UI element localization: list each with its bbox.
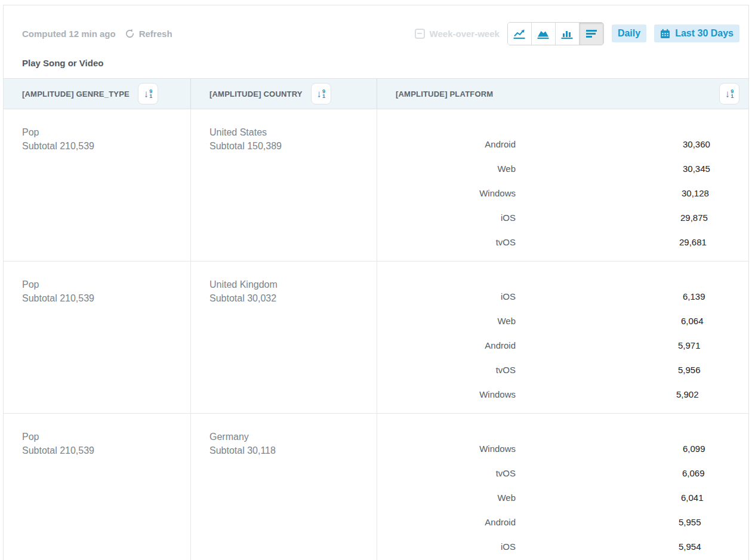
calendar-icon (660, 29, 670, 39)
country-name: United Kingdom (209, 278, 377, 291)
bar-row: tvOS 5,956 (377, 358, 748, 382)
computed-label: Computed 12 min ago (22, 29, 116, 39)
genre-subtotal: Subtotal 210,539 (22, 139, 190, 153)
genre-cell: Pop Subtotal 210,539 (4, 414, 191, 560)
week-over-week-toggle[interactable]: Week-over-week (415, 29, 500, 39)
platform-label: iOS (377, 291, 516, 301)
bar-row: tvOS 6,069 (377, 461, 748, 485)
genre-name: Pop (22, 125, 190, 139)
horizontal-bar-chart-button[interactable] (580, 23, 603, 45)
platform-chart-cell: iOS 6,139 Web 6,064 Android 5,971 (377, 261, 748, 413)
line-chart-icon (513, 28, 526, 39)
column-chart-icon (560, 28, 574, 39)
bar-row: Web 6,064 (377, 309, 748, 333)
event-title: Play Song or Video (4, 45, 748, 68)
bar-track: 5,956 (526, 364, 691, 377)
platform-label: tvOS (377, 365, 516, 375)
bar-track: 6,139 (526, 290, 691, 303)
sort-button[interactable]: ↓ 91 (311, 83, 331, 104)
bar-row: Web 6,041 (377, 485, 748, 510)
sort-button[interactable]: ↓ 91 (138, 83, 158, 104)
column-header-label: [AMPLITUDE] COUNTRY (209, 90, 303, 99)
computed-timestamp: Computed 12 min ago (22, 29, 116, 39)
sort-descending-icon: ↓ (725, 89, 731, 99)
bar-track: 30,128 (526, 187, 691, 200)
bar-row: Windows 6,099 (377, 436, 748, 461)
column-header-label: [AMPLITUDE] GENRE_TYPE (22, 90, 130, 99)
country-subtotal: Subtotal 150,389 (209, 139, 377, 153)
bar-value: 29,681 (679, 236, 707, 249)
platform-label: iOS (377, 541, 516, 552)
table-header-row: [AMPLITUDE] GENRE_TYPE ↓ 91 [AMPLITUDE] … (4, 78, 748, 109)
bar-track: 6,064 (526, 315, 691, 328)
bar-track: 29,875 (526, 211, 691, 224)
chart-type-segmented-control (507, 22, 604, 45)
bar-row: iOS 29,875 (377, 205, 748, 230)
bar-value: 6,099 (683, 442, 705, 456)
column-chart-button[interactable] (556, 23, 580, 45)
bar-track: 5,971 (526, 339, 691, 352)
bar-track: 30,360 (526, 138, 691, 151)
sort-descending-icon: ↓ (316, 89, 322, 99)
platform-label: tvOS (377, 468, 516, 478)
bar-row: Windows 5,902 (377, 382, 748, 407)
checkbox-indeterminate-icon (415, 29, 425, 39)
column-header-label: [AMPLITUDE] PLATFORM (396, 90, 493, 99)
platform-label: Android (377, 139, 516, 149)
country-name: United States (209, 125, 377, 139)
platform-label: Web (377, 164, 516, 174)
country-cell: United Kingdom Subtotal 30,032 (191, 261, 377, 413)
platform-label: Windows (377, 188, 516, 198)
table-row: Pop Subtotal 210,539 United States Subto… (4, 109, 748, 261)
column-header-country: [AMPLITUDE] COUNTRY ↓ 91 (191, 79, 377, 109)
platform-chart-cell: Windows 6,099 tvOS 6,069 Web 6,041 (377, 414, 748, 560)
bar-value: 5,971 (678, 339, 701, 352)
refresh-button[interactable]: Refresh (124, 28, 172, 39)
platform-label: Web (377, 316, 516, 326)
country-subtotal: Subtotal 30,032 (209, 291, 377, 305)
bar-row: Android 5,971 (377, 333, 748, 358)
report-card: Computed 12 min ago Refresh Week-over-we… (3, 5, 749, 560)
table-row: Pop Subtotal 210,539 Germany Subtotal 30… (4, 414, 748, 560)
sort-9-1-icon: 91 (149, 89, 152, 99)
genre-name: Pop (22, 430, 190, 444)
bar-row: Windows 30,128 (377, 181, 748, 205)
genre-subtotal: Subtotal 210,539 (22, 444, 190, 457)
bar-value: 30,128 (682, 187, 709, 200)
toolbar-right: Week-over-week (415, 22, 739, 45)
bar-value: 6,069 (682, 467, 705, 480)
bar-row: tvOS 29,681 (377, 230, 748, 254)
bar-track: 5,954 (526, 540, 691, 553)
bar-value: 6,064 (681, 315, 704, 328)
bar-row: iOS 6,139 (377, 284, 748, 309)
sort-descending-icon: ↓ (143, 89, 149, 99)
bar-track: 30,345 (526, 162, 691, 176)
sort-button[interactable]: ↓ 91 (719, 83, 739, 104)
bar-row: Android 30,360 (377, 132, 748, 156)
bar-value: 30,345 (683, 162, 710, 176)
sort-9-1-icon: 91 (322, 89, 325, 99)
country-subtotal: Subtotal 30,118 (209, 444, 377, 457)
sort-9-1-icon: 91 (731, 89, 733, 99)
platform-label: iOS (377, 213, 516, 223)
platform-label: Web (377, 493, 516, 503)
date-range-button[interactable]: Last 30 Days (654, 24, 739, 42)
country-name: Germany (209, 430, 377, 444)
column-header-genre-type: [AMPLITUDE] GENRE_TYPE ↓ 91 (4, 79, 191, 109)
bar-value: 6,041 (681, 491, 704, 504)
interval-daily-button[interactable]: Daily (612, 24, 646, 42)
genre-name: Pop (22, 278, 190, 291)
bar-row: iOS 5,954 (377, 534, 748, 559)
horizontal-bar-chart-icon (585, 28, 598, 39)
bar-value: 5,902 (676, 388, 699, 401)
country-cell: United States Subtotal 150,389 (191, 109, 377, 261)
bar-value: 5,954 (679, 540, 701, 553)
bar-track: 29,681 (526, 236, 691, 249)
line-chart-button[interactable] (508, 23, 532, 45)
week-over-week-label: Week-over-week (430, 29, 500, 39)
table-row: Pop Subtotal 210,539 United Kingdom Subt… (4, 261, 748, 414)
bar-value: 6,139 (683, 290, 705, 303)
column-header-platform: [AMPLITUDE] PLATFORM ↓ 91 (377, 79, 748, 109)
area-chart-button[interactable] (532, 23, 556, 45)
bar-track: 6,069 (526, 467, 691, 480)
